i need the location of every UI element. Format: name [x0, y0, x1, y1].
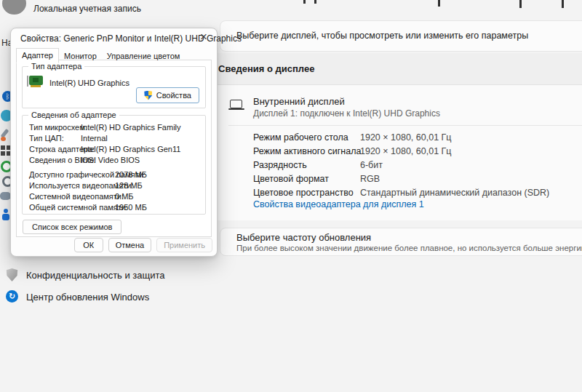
list-all-modes-button[interactable]: Список всех режимов: [23, 220, 121, 234]
clipped-heading-fragment: [438, 0, 440, 7]
display-name: Внутренний дисплей: [253, 96, 345, 107]
adapter-info-group: Сведения об адаптере Тип микросхем:Intel…: [22, 115, 206, 215]
adapter-properties-button[interactable]: Свойства: [136, 87, 199, 103]
divider: [228, 125, 582, 126]
accessibility-icon[interactable]: [4, 209, 8, 213]
ok-button[interactable]: ОК: [74, 238, 103, 252]
display-adapter-properties-link[interactable]: Свойства видеоадаптера для дисплея 1: [253, 199, 424, 209]
clipped-heading-fragment: [519, 0, 522, 8]
cancel-button[interactable]: Отмена: [108, 238, 151, 252]
account-type-label: Локальная учетная запись: [33, 4, 141, 14]
display-connection: Дисплей 1: подключен к Intel(R) UHD Grap…: [253, 108, 440, 119]
adapter-name: Intel(R) UHD Graphics: [49, 79, 129, 87]
adapter-memory-row: Общей системной памяти:1950 МБ: [29, 203, 202, 212]
account-avatar[interactable]: [2, 0, 26, 15]
adapter-info-row: Сведения о BIOS:Intel Video BIOS: [29, 156, 202, 165]
refresh-rate-title: Выберите частоту обновления: [236, 232, 371, 243]
group-legend: Сведения об адаптере: [28, 111, 119, 119]
refresh-rate-subtitle: При более высоком значении движение боле…: [236, 244, 582, 252]
windows-update-icon[interactable]: ↻: [6, 290, 18, 303]
display-info-body: Внутренний дисплей Дисплей 1: подключен …: [210, 85, 582, 220]
sidebar-item-privacy[interactable]: Конфиденциальность и защита: [26, 270, 165, 281]
apps-icon[interactable]: [1, 145, 5, 150]
clipped-heading-fragment: [303, 0, 306, 4]
sidebar-item-windows-update[interactable]: Центр обновления Windows: [26, 292, 149, 303]
privacy-shield-icon[interactable]: [6, 268, 18, 281]
gpu-card-icon: [27, 75, 45, 89]
tab-color-management[interactable]: Управление цветом: [102, 50, 186, 63]
clipped-heading-fragment: [562, 0, 564, 8]
laptop-display-icon: [228, 100, 244, 112]
gamepad-icon[interactable]: [0, 192, 11, 200]
personalization-brush-icon[interactable]: [1, 137, 6, 141]
adapter-info-row: Тип микросхем:Intel(R) HD Graphics Famil…: [29, 123, 202, 132]
info-row: Разрядность 6-бит: [253, 160, 307, 172]
adapter-memory-row: Используется видеопамяти:128 МБ: [29, 181, 202, 191]
tab-adapter[interactable]: Адаптер: [16, 48, 59, 63]
info-row: Режим рабочего стола 1920 × 1080, 60,01 …: [253, 132, 348, 144]
display-info-expander-header[interactable]: Сведения о дисплее: [210, 53, 582, 85]
dialog-footer: ОК Отмена Применить: [74, 238, 212, 252]
clipped-heading-fragment: [314, 0, 316, 4]
settings-window: Локальная учетная запись На ᛒ Конфиденци…: [0, 0, 582, 392]
adapter-info-row: Тип ЦАП:Internal: [29, 134, 202, 143]
accessibility-icon[interactable]: [2, 214, 9, 220]
info-row: Цветовое пространство Стандартный динами…: [253, 188, 354, 199]
refresh-rate-card: Выберите частоту обновления При более вы…: [220, 228, 582, 256]
select-display-hint: Выберите дисплей, чтобы просмотреть или …: [220, 21, 582, 51]
close-icon[interactable]: ×: [196, 30, 211, 44]
select-display-card: Выберите дисплей, чтобы просмотреть или …: [220, 20, 582, 52]
uac-shield-icon: [144, 91, 153, 100]
apply-button[interactable]: Применить: [156, 238, 212, 252]
tab-monitor[interactable]: Монитор: [59, 50, 102, 63]
adapter-memory-row: Системной видеопамяти:0 МБ: [29, 192, 202, 201]
tab-page-adapter: Тип адаптера Intel(R) UHD Graphics Свойс…: [16, 60, 212, 237]
adapter-memory-row: Доступно графической памяти:2078 МБ: [29, 170, 202, 180]
display-info-title: Сведения о дисплее: [210, 53, 582, 84]
adapter-properties-dialog: Свойства: Generic PnP Monitor и Intel(R)…: [10, 28, 218, 257]
adapter-type-group: Тип адаптера Intel(R) UHD Graphics Свойс…: [22, 66, 206, 108]
info-row: Режим активного сигнала 1920 × 1080, 60,…: [253, 146, 361, 158]
info-row: Цветовой формат RGB: [253, 174, 329, 185]
dialog-tabs: Адаптер Монитор Управление цветом: [16, 48, 185, 63]
adapter-info-row: Строка адаптера:Intel(R) HD Graphics Gen…: [29, 145, 202, 154]
